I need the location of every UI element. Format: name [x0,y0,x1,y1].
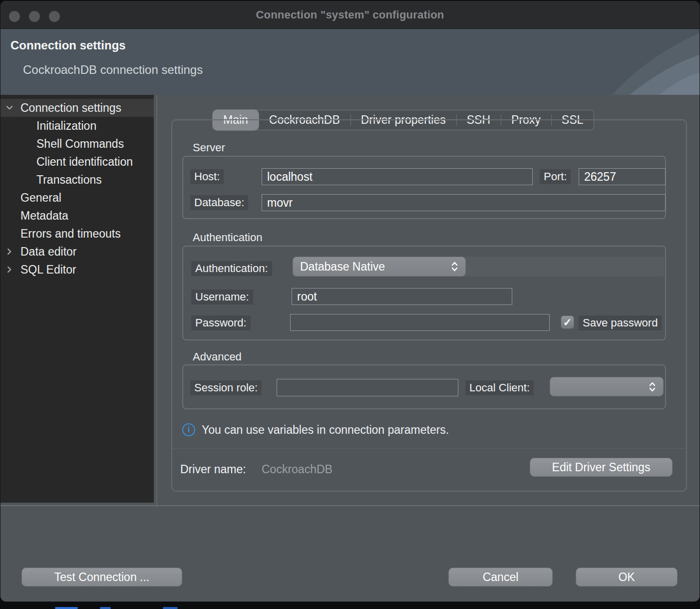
driver-name-label: Driver name: [180,463,246,476]
save-password-label-clip: Save password [579,315,665,330]
sidebar-item-sql-editor[interactable]: SQL Editor [0,261,154,279]
host-label: Host: [190,169,224,184]
sidebar-item-shell-commands[interactable]: Shell Commands [0,135,154,153]
cancel-button[interactable]: Cancel [448,568,553,587]
sidebar-item-metadata[interactable]: Metadata [0,207,154,225]
footer-divider [0,505,700,506]
session-role-label: Session role: [190,380,262,395]
page-subtitle: CockroachDB connection settings [23,63,203,77]
decorative-swoosh [612,29,700,95]
page-title: Connection settings [10,38,126,52]
port-input[interactable] [579,168,666,185]
password-label: Password: [191,315,251,330]
password-input[interactable] [290,314,550,331]
driver-separator [172,448,687,449]
desktop-artifact [163,607,178,609]
chevron-right-icon[interactable] [4,265,14,275]
info-text: You can use variables in connection para… [202,423,449,437]
sidebar-item-initialization[interactable]: Initialization [0,117,154,135]
host-input[interactable] [262,168,533,185]
authentication-select-value: Database Native [300,260,385,274]
session-role-input[interactable] [277,379,458,396]
chevron-right-icon[interactable] [4,247,14,257]
window-title: Connection "system" configuration [0,8,700,21]
test-connection-button[interactable]: Test Connection ... [21,568,182,587]
sidebar-item-client-identification[interactable]: Client identification [0,153,154,171]
save-password-label: Save password [579,315,662,330]
dialog-window: Connection "system" configuration Connec… [0,1,700,602]
sidebar-item-transactions[interactable]: Transactions [0,171,154,189]
sidebar-item-label: Errors and timeouts [0,227,121,241]
port-label: Port: [540,169,571,184]
header-banner: Connection settings CockroachDB connecti… [0,29,700,95]
authentication-select[interactable]: Database Native [293,257,466,277]
updown-chevron-icon [649,381,656,393]
username-label: Username: [191,290,253,304]
sidebar-item-label: Shell Commands [0,137,124,151]
local-client-select[interactable] [550,377,664,396]
sidebar-item-general[interactable]: General [0,189,154,207]
sidebar-item-label: Initialization [0,119,96,133]
sidebar-item-connection-settings[interactable]: Connection settings [0,99,154,117]
username-input[interactable] [292,288,512,305]
sidebar-item-label: Metadata [0,209,68,223]
server-group-label: Server [193,141,225,154]
sidebar-item-label: General [0,191,61,205]
authentication-group-label: Authentication [193,231,262,244]
database-input[interactable] [262,194,666,211]
advanced-group-label: Advanced [193,350,242,363]
updown-chevron-icon [451,261,458,273]
local-client-label: Local Client: [465,380,534,395]
ok-button[interactable]: OK [576,568,678,587]
save-password-checkbox[interactable]: ✓ [561,315,574,329]
chevron-down-icon[interactable] [4,103,14,113]
edit-driver-settings-button[interactable]: Edit Driver Settings [530,458,673,477]
sidebar-item-data-editor[interactable]: Data editor [0,243,154,261]
title-bar: Connection "system" configuration [0,1,700,29]
info-icon: i [182,423,195,436]
database-label: Database: [190,195,248,210]
sidebar-item-label: Client identification [0,155,133,169]
desktop-artifact [100,607,111,609]
desktop-artifact [55,607,78,609]
authentication-label: Authentication: [191,261,272,276]
driver-name-value: CockroachDB [262,463,333,476]
settings-tree: Connection settingsInitializationShell C… [0,95,154,503]
sidebar-item-label: Connection settings [0,101,121,115]
sidebar-item-errors-and-timeouts[interactable]: Errors and timeouts [0,225,154,243]
sidebar-item-label: Transactions [0,173,102,187]
sidebar-splitter[interactable] [156,95,157,507]
